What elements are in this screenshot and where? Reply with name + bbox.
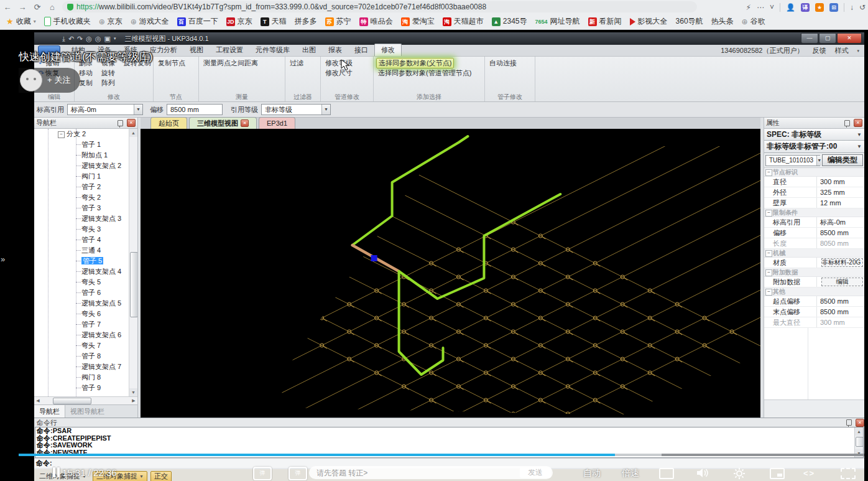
video-area[interactable]: » ⤓ ↶ ↷ ◎ ◎ ▣ ▾ 三维模型视图 - UKP3d4.0.1 — ▢ … xyxy=(0,29,868,481)
tree-node[interactable]: 阀门 8 xyxy=(34,372,137,383)
property-group-节点标识[interactable]: −节点标识 xyxy=(764,168,864,177)
tree-node[interactable]: 管子 4 xyxy=(34,235,137,245)
close-tab-icon[interactable]: × xyxy=(241,119,249,127)
danmaku-settings-icon[interactable]: 弹 xyxy=(289,467,307,480)
property-value[interactable]: 8050 mm xyxy=(816,238,864,248)
minimize-button[interactable]: — xyxy=(801,33,818,44)
danmaku-input[interactable]: 请先答题 转正> 发送 xyxy=(309,466,553,479)
collapse-icon[interactable]: − xyxy=(765,250,772,257)
menu-tab-修改[interactable]: 修改 xyxy=(374,44,402,56)
tree-node[interactable]: 管子 7 xyxy=(34,319,137,330)
close-icon[interactable]: × xyxy=(856,419,864,427)
ribbon-button[interactable]: 过滤 xyxy=(288,58,305,68)
bookmark-item[interactable]: ⊕谷歌 xyxy=(742,16,765,27)
scroll-thumb[interactable] xyxy=(856,437,864,447)
pause-icon[interactable] xyxy=(57,467,60,477)
profile-icon[interactable]: 👤 xyxy=(786,3,795,12)
tree-node[interactable]: 弯头 2 xyxy=(34,192,137,203)
bookmark-item[interactable]: T天猫 xyxy=(261,16,287,27)
mini-player-icon[interactable] xyxy=(770,468,785,479)
subtitle-icon[interactable] xyxy=(659,468,674,479)
home-icon[interactable]: ⌂ xyxy=(45,2,60,12)
bookmark-item[interactable]: 拼多多 xyxy=(295,16,317,27)
feedback-link[interactable]: 反馈 xyxy=(812,46,826,55)
scroll-thumb[interactable] xyxy=(130,252,137,317)
bookmark-item[interactable]: ⊕京东 xyxy=(99,16,122,27)
tree-node[interactable]: 管子 6 xyxy=(34,287,137,298)
bookmark-item[interactable]: 百百度一下 xyxy=(177,16,218,27)
horizontal-scrollbar[interactable]: ◀ ▶ xyxy=(34,396,137,404)
qat-caret-icon[interactable]: ▾ xyxy=(114,36,116,41)
bookmark-item[interactable]: 影视大全 xyxy=(630,16,668,27)
back-icon[interactable]: ← xyxy=(0,2,15,12)
pause-icon[interactable] xyxy=(53,467,55,477)
apps-icon[interactable]: ⊞ xyxy=(829,3,838,12)
undo-icon[interactable]: ↶ xyxy=(68,35,74,43)
bookmark-item[interactable]: 特唯品会 xyxy=(359,16,393,27)
document-tab-三维模型视图[interactable]: 三维模型视图× xyxy=(189,117,257,129)
tree-node[interactable]: 管子 8 xyxy=(34,351,137,362)
pin-icon[interactable] xyxy=(844,120,850,126)
view-icon[interactable]: ◎ xyxy=(86,35,92,43)
tube-combo[interactable]: TUBE_1010103 ▼ xyxy=(765,155,820,166)
menu-tab-报表[interactable]: 报表 xyxy=(322,44,348,56)
tree-node[interactable]: 逻辑支架点 4 xyxy=(34,266,137,277)
bookmark-item[interactable]: ★收藏▾ xyxy=(6,16,36,27)
ribbon-button[interactable]: 选择同参数对象(管道管理节点) xyxy=(376,68,473,78)
collapse-icon[interactable]: − xyxy=(765,169,772,176)
bookmark-item[interactable]: 7654网址导航 xyxy=(535,16,580,27)
property-value[interactable]: 8500 mm xyxy=(816,307,864,317)
bookmark-item[interactable]: 淘爱淘宝 xyxy=(401,16,435,27)
tree-node[interactable]: 管子 2 xyxy=(34,182,137,192)
scroll-down-icon[interactable]: ▼ xyxy=(129,388,137,396)
chevron-down-icon[interactable]: ▼ xyxy=(321,105,330,114)
tree-node[interactable]: 管子 1 xyxy=(34,139,137,150)
spec-dropdown[interactable]: SPEC: 非标等级▼ xyxy=(764,129,864,141)
menu-tab-出图[interactable]: 出图 xyxy=(296,44,322,56)
translate-icon[interactable]: 译 xyxy=(801,3,810,12)
collapse-icon[interactable]: − xyxy=(765,269,772,276)
panel-tab-导航栏[interactable]: 导航栏 xyxy=(34,405,65,418)
more-icon[interactable]: ⋯ xyxy=(757,3,764,12)
ribbon-button[interactable]: 复制节点 xyxy=(156,58,187,68)
pin-icon[interactable] xyxy=(118,120,123,126)
lightning-icon[interactable]: ⚡ xyxy=(746,3,751,12)
close-button[interactable]: ✕ xyxy=(837,33,862,44)
save-icon[interactable]: ⤓ xyxy=(62,35,65,43)
refresh-icon[interactable]: ⟳ xyxy=(30,2,45,12)
ribbon-button[interactable]: 测量两点之间距离 xyxy=(201,58,260,68)
tree-node[interactable]: 逻辑支架点 7 xyxy=(34,362,137,372)
property-button[interactable]: 编辑 xyxy=(821,278,863,286)
bookmark-icon[interactable]: ★ xyxy=(815,3,824,12)
disk-icon[interactable]: ▣ xyxy=(104,35,111,43)
property-value[interactable]: 标高-0m xyxy=(816,217,864,227)
panel-tab-视图导航栏[interactable]: 视图导航栏 xyxy=(65,405,109,418)
vertical-scrollbar[interactable]: ▲ ▼ xyxy=(854,427,863,457)
ribbon-button[interactable]: 自动连接 xyxy=(487,58,519,68)
ribbon-button[interactable]: 阵列 xyxy=(99,78,117,88)
property-group-限制条件[interactable]: −限制条件 xyxy=(764,208,864,217)
bookmark-item[interactable]: 苏苏宁 xyxy=(325,16,351,27)
tree-node[interactable]: 逻辑支架点 2 xyxy=(34,161,137,171)
tree-node[interactable]: 附加点 1 xyxy=(34,150,137,161)
property-value[interactable]: 8500 mm xyxy=(816,228,864,238)
tree-node[interactable]: 弯头 7 xyxy=(34,340,137,351)
history-icon[interactable]: ↺ xyxy=(859,3,866,12)
tree-node[interactable]: 逻辑支架点 6 xyxy=(34,330,137,340)
menu-tab-元件等级库[interactable]: 元件等级库 xyxy=(249,44,296,56)
property-value[interactable]: 300 mm xyxy=(816,177,864,187)
bookmark-item[interactable]: 新看新闻 xyxy=(588,16,622,27)
style-caret-icon[interactable]: ▾ xyxy=(857,49,859,54)
url-bar[interactable]: https://www.bilibili.com/video/BV1Kt4y1b… xyxy=(62,1,697,12)
tree-node[interactable]: 阀门 1 xyxy=(34,171,137,182)
vertical-scrollbar[interactable]: ▲▼ xyxy=(129,129,137,396)
view2-icon[interactable]: ◎ xyxy=(95,35,101,43)
bookmark-item[interactable]: 热头条 xyxy=(711,16,734,27)
collapse-icon[interactable]: − xyxy=(765,289,772,296)
maximize-button[interactable]: ▢ xyxy=(819,33,836,44)
tree-node[interactable]: 弯头 3 xyxy=(34,224,137,235)
scroll-up-icon[interactable]: ▲ xyxy=(855,427,863,436)
edit-type-button[interactable]: 编辑类型 xyxy=(822,154,863,166)
forward-icon[interactable]: → xyxy=(15,2,30,12)
property-button[interactable]: 非标材料-20G ... xyxy=(821,258,863,267)
